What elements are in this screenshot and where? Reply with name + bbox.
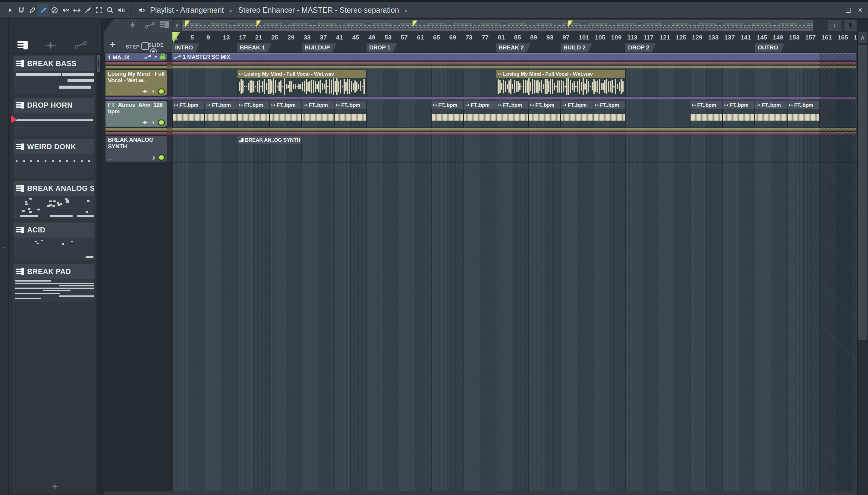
track-header-track-analog-synth[interactable]: BREAK ANALOG SYNTH...♪ xyxy=(105,136,167,161)
pattern-item[interactable]: BREAK BASS xyxy=(14,56,94,95)
pattern-tracks-icon[interactable] xyxy=(160,21,169,30)
bottom-scrollbar[interactable] xyxy=(104,491,857,495)
clip-header[interactable]: ↦FT..bpm xyxy=(334,101,366,109)
slip-tool-icon[interactable] xyxy=(71,4,82,16)
chevron-down-icon[interactable]: ▼ xyxy=(154,54,158,59)
track-options-dots[interactable]: ... xyxy=(108,89,114,95)
maximize-button[interactable]: □ xyxy=(842,4,854,16)
pattern-item[interactable]: BREAK ANALOG SYNTH xyxy=(14,181,94,220)
clip-FT..bpm[interactable]: ↦FT..bpm xyxy=(205,101,237,126)
clip-header[interactable]: ↦Losing My Mind - Full Vocal - Wet.wav xyxy=(496,70,625,79)
clip-FT..bpm[interactable]: ↦FT..bpm xyxy=(755,101,787,126)
track-header-track-vocal[interactable]: Losing My Mind - Full Vocal - Wet.w.....… xyxy=(105,70,167,96)
strip-header-strip-maroon-b[interactable] xyxy=(105,132,167,134)
panel-resize-grip[interactable] xyxy=(2,247,5,256)
clip-header[interactable]: ↦FT..bpm xyxy=(302,101,334,109)
clip-FT..bpm[interactable]: ↦FT..bpm xyxy=(302,101,334,126)
timeline[interactable]: 1591317212529333741454953576165697377818… xyxy=(172,31,857,53)
clip-FT..bpm[interactable]: ↦FT..bpm xyxy=(593,101,625,126)
draw-tool-icon[interactable] xyxy=(27,4,38,16)
strip-header-strip-olive-a[interactable] xyxy=(105,66,167,68)
clip-header[interactable]: ↦FT..bpm xyxy=(464,101,496,109)
row-lane[interactable]: ↦FT..bpm↦FT..bpm↦FT..bpm↦FT..bpm↦FT..bpm… xyxy=(172,100,857,127)
track-options-dots[interactable]: ... xyxy=(108,156,114,161)
timeline-marker-drop-2[interactable]: DROP 2 xyxy=(625,44,656,52)
track-options-dots[interactable]: ... xyxy=(108,121,114,126)
scroll-up-button[interactable]: ∧ xyxy=(858,32,867,43)
clip-FT..bpm[interactable]: ↦FT..bpm xyxy=(723,101,755,126)
scroll-right-button[interactable]: › xyxy=(828,19,841,31)
clip-header[interactable]: ↦FT..bpm xyxy=(755,101,787,109)
clip-FT..bpm[interactable]: ↦FT..bpm xyxy=(787,101,819,126)
breadcrumb-plugin[interactable]: Stereo Enhancer - MASTER - Stereo separa… xyxy=(238,6,399,14)
clip-header[interactable]: ↦FT..bpm xyxy=(787,101,819,109)
timeline-marker-outro[interactable]: OUTRO xyxy=(755,44,785,52)
clip-header[interactable]: ↦FT..bpm xyxy=(496,101,528,109)
select-tool-icon[interactable] xyxy=(93,4,105,16)
delete-tool-icon[interactable] xyxy=(49,4,60,16)
row-lane[interactable] xyxy=(172,62,857,65)
automation-strip[interactable] xyxy=(172,66,856,68)
chevron-down-icon[interactable]: ▼ xyxy=(151,89,155,94)
automation-strip[interactable] xyxy=(172,128,856,131)
row-lane[interactable] xyxy=(172,132,857,135)
automation-strip[interactable] xyxy=(172,62,856,65)
picker-patterns-tab[interactable] xyxy=(17,41,28,49)
clip-header[interactable]: ↦FT..bpm xyxy=(270,101,302,109)
clip-Losing My Mind - Full Vocal - Wet.wav[interactable]: ↦Losing My Mind - Full Vocal - Wet.wav xyxy=(237,70,366,96)
automation-tracks-icon[interactable] xyxy=(144,22,156,30)
picker-automation-tab[interactable] xyxy=(74,41,87,49)
clip-header[interactable]: ↦FT..bpm xyxy=(205,101,237,109)
mute-led[interactable] xyxy=(158,120,165,125)
scroll-left-button[interactable]: ‹ xyxy=(172,19,181,31)
picker-add-button[interactable]: + xyxy=(9,481,101,493)
close-button[interactable]: × xyxy=(854,4,866,16)
playlist-horizontal-scrollbar[interactable]: ‹ › xyxy=(172,19,857,31)
row-lane[interactable] xyxy=(172,65,857,69)
chevron-down-icon[interactable]: ▼ xyxy=(151,120,155,125)
track-header-track-master[interactable]: 1 MA..IX▼ xyxy=(105,53,167,61)
clip-BREAK AN..OG SYNTH[interactable]: BREAK AN..OG SYNTH xyxy=(237,136,302,161)
clip-header[interactable]: ↦FT..bpm xyxy=(172,101,205,109)
timeline-marker-break-2[interactable]: BREAK 2 xyxy=(496,44,531,52)
clip-FT..bpm[interactable]: ↦FT..bpm xyxy=(172,101,205,126)
row-lane[interactable]: ↦Losing My Mind - Full Vocal - Wet.wav↦L… xyxy=(172,69,857,96)
paint-tool-icon[interactable] xyxy=(38,4,49,16)
clip-header[interactable]: ↦FT..bpm xyxy=(237,101,270,109)
timeline-marker-break-1[interactable]: BREAK 1 xyxy=(237,44,272,52)
pattern-item[interactable]: WEIRD DONK xyxy=(14,139,94,178)
clip-FT..bpm[interactable]: ↦FT..bpm xyxy=(431,101,464,126)
clip-header[interactable]: ↦FT..bpm xyxy=(560,101,593,109)
snap-magnet-icon[interactable] xyxy=(15,4,27,16)
row-lane[interactable]: BREAK AN..OG SYNTH xyxy=(172,135,857,162)
row-lane[interactable] xyxy=(172,97,857,100)
scrollbar-thumb-overview[interactable] xyxy=(182,20,813,31)
clip-header[interactable]: ↦FT..bpm xyxy=(690,101,723,109)
pattern-list-scrollbar[interactable] xyxy=(97,53,101,494)
automation-strip[interactable] xyxy=(172,97,856,100)
clip-header[interactable]: ↦FT..bpm xyxy=(723,101,755,109)
scrollbar-options-button[interactable] xyxy=(844,19,857,31)
clip-Losing My Mind - Full Vocal - Wet.wav[interactable]: ↦Losing My Mind - Full Vocal - Wet.wav xyxy=(496,70,625,96)
strip-header-strip-maroon-a[interactable] xyxy=(105,62,167,65)
vertical-scrollbar-thumb[interactable] xyxy=(858,45,867,340)
clip-FT..bpm[interactable]: ↦FT..bpm xyxy=(237,101,270,126)
row-lane[interactable]: 1 MASTER SC MIX xyxy=(172,53,857,61)
timeline-marker-intro[interactable]: INTRO xyxy=(172,44,199,52)
clip-FT..bpm[interactable]: ↦FT..bpm xyxy=(464,101,496,126)
minimize-button[interactable]: − xyxy=(830,4,842,16)
pattern-item[interactable]: ACID xyxy=(14,222,94,262)
clip-FT..bpm[interactable]: ↦FT..bpm xyxy=(528,101,560,126)
clip-FT..bpm[interactable]: ↦FT..bpm xyxy=(560,101,593,126)
breadcrumb-section[interactable]: Playlist - Arrangement xyxy=(150,6,224,14)
audio-tracks-icon[interactable] xyxy=(127,21,138,30)
mute-led[interactable] xyxy=(158,155,165,160)
clip-header[interactable]: ↦FT..bpm xyxy=(431,101,464,109)
lock-icon[interactable] xyxy=(160,56,165,59)
track-header-track-atmos[interactable]: FT_Atmos_A#m_128bpm...▼ xyxy=(105,101,167,126)
playback-tool-icon[interactable] xyxy=(116,4,127,16)
clip-FT..bpm[interactable]: ↦FT..bpm xyxy=(690,101,723,126)
automation-strip[interactable] xyxy=(172,132,856,134)
slice-tool-icon[interactable] xyxy=(82,4,93,16)
add-track-button[interactable]: + xyxy=(109,39,116,50)
